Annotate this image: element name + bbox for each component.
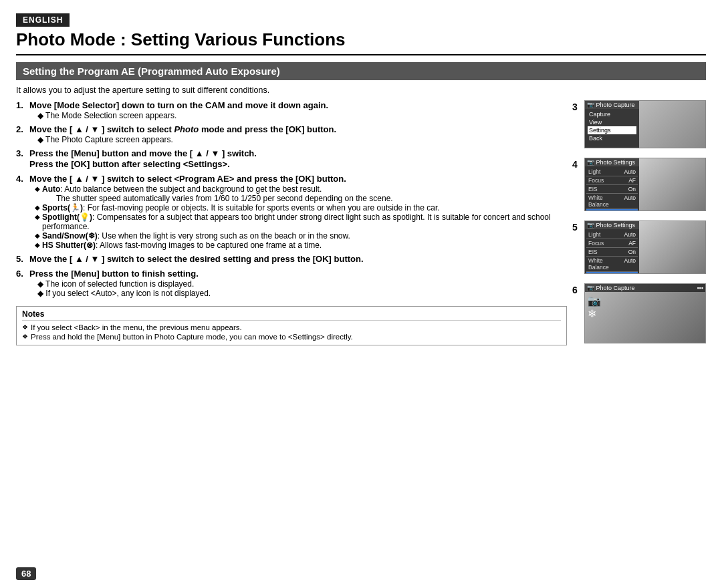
step-3-main: Press the [Menu] button and move the [ ▲…	[29, 148, 567, 158]
page-title: Photo Mode : Setting Various Functions	[16, 29, 706, 55]
screen-3: 3 📷 Photo Capture ▪▪▪ Capture View Setti…	[584, 100, 706, 148]
step-3-main2: Press the [OK] button after selecting <S…	[29, 159, 567, 169]
screen-4-box: 📷 Photo Settings ▪▪▪ LightAuto FocusAF E…	[584, 158, 706, 211]
step-5-num: 5.	[16, 254, 27, 265]
step-4-main: Move the [ ▲ / ▼ ] switch to select <Pro…	[29, 174, 567, 184]
screen-4: 4 📷 Photo Settings ▪▪▪ LightAuto FocusAF…	[584, 158, 706, 211]
step-2-main: Move the [ ▲ / ▼ ] switch to select Phot…	[29, 124, 567, 134]
step-4-num: 4.	[16, 174, 27, 250]
screen-3-settings: Settings	[588, 126, 636, 134]
screen-3-view: View	[588, 118, 636, 126]
screen-5-image	[639, 221, 705, 273]
screen-5: 5 📷 Photo Settings ▪▪▪ LightAuto FocusAF…	[584, 220, 706, 274]
step-6-sub1: ◆ The icon of selected function is displ…	[37, 279, 567, 289]
screen-3-capture: Capture	[588, 110, 636, 118]
screen-6-header: 📷 Photo Capture ▪▪▪	[585, 284, 705, 292]
step-2-sub: ◆ The Photo Capture screen appears.	[37, 135, 567, 144]
step-3: 3. Press the [Menu] button and move the …	[16, 148, 567, 170]
notes-label: Notes	[22, 309, 561, 321]
step-5: 5. Move the [ ▲ / ▼ ] switch to select t…	[16, 254, 567, 265]
notes-box: Notes If you select <Back> in the menu, …	[16, 306, 567, 345]
screen-4-image	[639, 158, 705, 210]
step-4-auto-indent: The shutter speed automatically varies f…	[56, 194, 567, 203]
screen-3-image	[639, 101, 705, 148]
language-badge: ENGLISH	[16, 13, 70, 27]
screen-5-num: 5	[572, 222, 578, 233]
step-3-num: 3.	[16, 148, 27, 170]
step-5-main: Move the [ ▲ / ▼ ] switch to select the …	[29, 254, 567, 264]
screen-3-menu: Capture View Settings Back	[585, 109, 639, 148]
step-1-main: Move [Mode Selector] down to turn on the…	[29, 100, 567, 110]
intro-text: It allows you to adjust the aperture set…	[16, 86, 706, 95]
screens-column: 3 📷 Photo Capture ▪▪▪ Capture View Setti…	[572, 100, 706, 577]
step-4-bullet-hs: HS Shutter(⊗): Allows fast-moving images…	[35, 241, 567, 250]
screen-3-back: Back	[588, 134, 636, 142]
screen-6-box: 📷 Photo Capture ▪▪▪ 📷❄	[584, 283, 706, 343]
screen-6-icons: 📷❄	[585, 292, 705, 323]
step-6-main: Press the [Menu] button to finish settin…	[29, 269, 567, 279]
step-4-bullet-sports: Sports(🏃): For fast-moving people or obj…	[35, 203, 567, 212]
step-1-sub: ◆ The Mode Selection screen appears.	[37, 111, 567, 120]
step-2: 2. Move the [ ▲ / ▼ ] switch to select P…	[16, 124, 567, 144]
step-6-sub2: ◆ If you select <Auto>, any icon is not …	[37, 289, 567, 298]
screen-6-num: 6	[572, 285, 578, 295]
step-4: 4. Move the [ ▲ / ▼ ] switch to select <…	[16, 174, 567, 250]
step-4-bullet-auto: Auto: Auto balance between the subject a…	[35, 184, 567, 194]
step-1: 1. Move [Mode Selector] down to turn on …	[16, 100, 567, 120]
step-6-num: 6.	[16, 269, 27, 298]
step-4-bullet-spotlight: Spotlight(💡): Compensates for a subject …	[35, 212, 567, 231]
screen-3-num: 3	[572, 102, 578, 112]
steps-column: 1. Move [Mode Selector] down to turn on …	[16, 100, 567, 577]
screen-4-num: 4	[572, 159, 578, 170]
step-4-bullet-sand: Sand/Snow(❄): Use when the light is very…	[35, 231, 567, 241]
page-number: 68	[16, 567, 36, 580]
note-1: If you select <Back> in the menu, the pr…	[22, 323, 561, 331]
screen-4-settings: LightAuto FocusAF EISOn White BalanceAut…	[585, 166, 639, 211]
step-2-num: 2.	[16, 124, 27, 144]
note-2: Press and hold the [Menu] button in Phot…	[22, 333, 561, 341]
screen-5-box: 📷 Photo Settings ▪▪▪ LightAuto FocusAF E…	[584, 220, 706, 274]
screen-6: 6 📷 Photo Capture ▪▪▪ 📷❄	[584, 283, 706, 343]
step-1-num: 1.	[16, 100, 27, 120]
screen-3-box: 📷 Photo Capture ▪▪▪ Capture View Setting…	[584, 100, 706, 148]
step-6: 6. Press the [Menu] button to finish set…	[16, 269, 567, 298]
screen-5-settings: LightAuto FocusAF EISOn White BalanceAut…	[585, 229, 639, 274]
section-header: Setting the Program AE (Programmed Auto …	[16, 62, 706, 80]
